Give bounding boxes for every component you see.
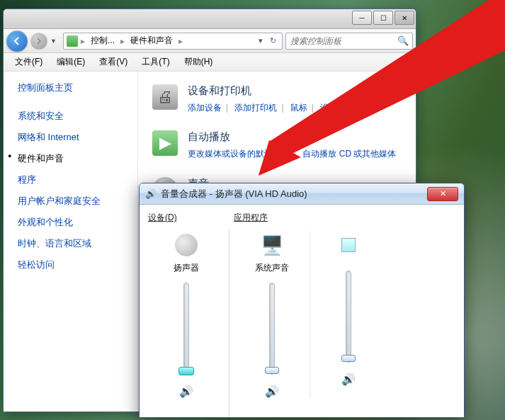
- sidebar-item-appearance[interactable]: 外观和个性化: [18, 212, 137, 233]
- maximize-button[interactable]: ☐: [373, 11, 393, 25]
- sidebar-item-network[interactable]: 网络和 Internet: [18, 127, 137, 148]
- link-add-printer[interactable]: 添加打印机: [234, 103, 277, 113]
- titlebar: ─ ☐ ✕: [4, 9, 416, 29]
- sidebar-item-programs[interactable]: 程序: [18, 169, 137, 191]
- mute-button[interactable]: 🔊: [179, 385, 193, 398]
- nav-toolbar: ▼ ▸ 控制... ▸ 硬件和声音 ▸ ▾ ↻ 🔍: [4, 29, 416, 53]
- mixer-column-speaker: 扬声器 🔊: [148, 231, 225, 398]
- device-section-label: 设备(D): [148, 212, 225, 224]
- back-button[interactable]: [6, 30, 28, 52]
- category-title[interactable]: 设备和打印机: [188, 84, 402, 98]
- breadcrumb-root[interactable]: 控制...: [88, 34, 118, 47]
- menubar: 文件(F) 编辑(E) 查看(V) 工具(T) 帮助(H): [4, 53, 416, 72]
- volume-slider[interactable]: [269, 283, 275, 375]
- sidebar-item-accounts[interactable]: 用户帐户和家庭安全: [18, 191, 137, 212]
- minimize-button[interactable]: ─: [352, 11, 372, 25]
- mixer-column-system: 🖥️ 系统声音 🔊: [234, 231, 310, 398]
- nav-history-dropdown[interactable]: ▼: [50, 38, 60, 45]
- arrow-left-icon: [12, 36, 22, 46]
- mixer-device-name[interactable]: 扬声器: [174, 262, 199, 274]
- category-devices: 🖨 设备和打印机 添加设备| 添加打印机| 鼠标| 设备管理器: [152, 84, 402, 115]
- speaker-icon: 🔊: [145, 188, 157, 200]
- sidebar-item-system[interactable]: 系统和安全: [18, 106, 137, 127]
- mute-button[interactable]: 🔊: [265, 385, 279, 398]
- slider-thumb[interactable]: [178, 367, 194, 375]
- breadcrumb-sep-icon: ▸: [119, 36, 126, 46]
- menu-view[interactable]: 查看(V): [92, 54, 135, 70]
- mixer-title: 音量合成器 - 扬声器 (VIA HD Audio): [161, 188, 427, 200]
- volume-mixer-window: 🔊 音量合成器 - 扬声器 (VIA HD Audio) ✕ 设备(D) 扬声器…: [139, 183, 465, 418]
- slider-thumb[interactable]: [265, 367, 279, 374]
- sidebar-home[interactable]: 控制面板主页: [18, 81, 137, 94]
- menu-edit[interactable]: 编辑(E): [50, 54, 92, 70]
- mute-button[interactable]: 🔊: [341, 373, 356, 386]
- search-icon: 🔍: [397, 35, 409, 46]
- speaker-device-icon[interactable]: [172, 234, 200, 256]
- sidebar-item-clock[interactable]: 时钟、语言和区域: [18, 233, 137, 254]
- apps-section-label: 应用程序: [234, 212, 387, 224]
- refresh-button[interactable]: ↻: [270, 36, 276, 45]
- link-mouse[interactable]: 鼠标: [290, 103, 307, 113]
- sidebar-item-ease[interactable]: 轻松访问: [18, 254, 137, 276]
- breadcrumb-sep-icon: ▸: [79, 36, 86, 46]
- forward-button: [30, 33, 47, 50]
- breadcrumb-current[interactable]: 硬件和声音: [127, 34, 176, 47]
- sidebar: 控制面板主页 系统和安全 网络和 Internet 硬件和声音 程序 用户帐户和…: [4, 72, 138, 412]
- link-add-device[interactable]: 添加设备: [188, 103, 222, 113]
- menu-help[interactable]: 帮助(H): [177, 54, 220, 70]
- category-title[interactable]: 自动播放: [188, 130, 402, 144]
- address-bar[interactable]: ▸ 控制... ▸ 硬件和声音 ▸ ▾ ↻: [63, 33, 283, 50]
- volume-slider[interactable]: [346, 271, 351, 363]
- volume-slider[interactable]: [183, 283, 189, 375]
- autoplay-icon: ▶: [152, 130, 178, 156]
- sidebar-item-hardware[interactable]: 硬件和声音: [18, 148, 137, 169]
- menu-file[interactable]: 文件(F): [8, 54, 50, 70]
- mixer-close-button[interactable]: ✕: [427, 187, 458, 201]
- link-device-manager[interactable]: 设备管理器: [320, 103, 363, 113]
- slider-thumb[interactable]: [341, 355, 356, 362]
- control-panel-icon: [67, 35, 78, 47]
- printer-icon: 🖨: [152, 84, 178, 110]
- mixer-titlebar: 🔊 音量合成器 - 扬声器 (VIA HD Audio) ✕: [140, 183, 464, 205]
- category-autoplay: ▶ 自动播放 更改媒体或设备的默认设置| 自动播放 CD 或其他媒体: [152, 130, 402, 161]
- breadcrumb-sep-icon: ▸: [177, 36, 184, 46]
- app-icon[interactable]: [334, 234, 363, 256]
- close-button[interactable]: ✕: [395, 11, 414, 25]
- arrow-right-icon: [35, 38, 42, 45]
- mixer-app-name[interactable]: 系统声音: [255, 262, 289, 274]
- link-autoplay-cd[interactable]: 自动播放 CD 或其他媒体: [302, 149, 396, 159]
- search-box[interactable]: 🔍: [285, 33, 413, 50]
- system-sounds-icon[interactable]: 🖥️: [258, 234, 286, 256]
- search-input[interactable]: [290, 36, 397, 46]
- link-autoplay-defaults[interactable]: 更改媒体或设备的默认设置: [188, 149, 290, 159]
- address-dropdown[interactable]: ▾: [259, 36, 263, 45]
- menu-tools[interactable]: 工具(T): [135, 54, 176, 70]
- mixer-column-app: 🔊: [310, 231, 387, 398]
